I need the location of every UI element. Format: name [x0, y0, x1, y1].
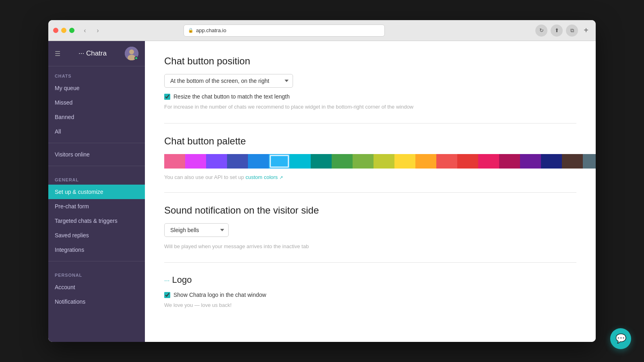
new-tab-button[interactable]: ⧉ — [566, 25, 578, 37]
logo-title-text: Logo — [172, 275, 192, 285]
logo-dots: ··· — [164, 277, 169, 284]
sidebar-divider-3 — [48, 261, 145, 261]
color-swatch-5[interactable] — [269, 154, 290, 169]
color-swatch-7[interactable] — [311, 154, 332, 169]
personal-section-label: PERSONAL — [48, 265, 145, 280]
sidebar-item-pre-chat-form[interactable]: Pre-chat form — [48, 199, 145, 214]
url-text: app.chatra.io — [196, 27, 226, 33]
svg-point-1 — [129, 49, 134, 54]
sound-hint: Will be played when your message arrives… — [164, 243, 576, 251]
divider-3 — [164, 262, 576, 263]
sidebar-item-missed[interactable]: Missed — [48, 95, 145, 110]
sidebar-title: ··· Chatra — [64, 49, 121, 58]
avatar-container[interactable] — [125, 47, 138, 60]
color-swatch-18[interactable] — [541, 154, 562, 169]
sidebar-item-visitors-online[interactable]: Visitors online — [48, 147, 145, 162]
logo-hint: We love you — love us back! — [164, 301, 576, 309]
color-swatch-2[interactable] — [206, 154, 227, 169]
color-swatch-0[interactable] — [164, 154, 185, 169]
show-logo-checkbox-row: Show Chatra logo in the chat window — [164, 292, 576, 298]
sidebar-item-integrations[interactable]: Integrations — [48, 243, 145, 257]
resize-checkbox-row: Resize the chat button to match the text… — [164, 93, 576, 100]
sidebar-divider-1 — [48, 143, 145, 143]
chats-section-label: CHATS — [48, 66, 145, 81]
share-button[interactable]: ⬆ — [551, 25, 563, 37]
color-swatch-14[interactable] — [457, 154, 478, 169]
resize-checkbox[interactable] — [164, 94, 170, 100]
sidebar-item-saved-replies[interactable]: Saved replies — [48, 228, 145, 243]
minimize-button[interactable] — [61, 28, 66, 33]
position-dropdown[interactable]: At the bottom of the screen, on the righ… — [164, 74, 293, 88]
sound-notification-section: Sound notification on the visitor side S… — [164, 205, 576, 251]
maximize-button[interactable] — [69, 28, 74, 33]
hamburger-icon[interactable]: ☰ — [55, 50, 60, 58]
logo-section: ··· Logo Show Chatra logo in the chat wi… — [164, 275, 576, 309]
sidebar-item-banned[interactable]: Banned — [48, 110, 145, 124]
custom-colors-link[interactable]: custom colors ↗ — [246, 174, 283, 180]
sidebar-item-setup-customize[interactable]: Set up & customize — [48, 185, 145, 199]
external-link-icon: ↗ — [279, 175, 283, 180]
refresh-button[interactable]: ↻ — [535, 25, 547, 37]
chat-button-palette-section: Chat button palette You can also use our… — [164, 136, 576, 180]
color-swatch-16[interactable] — [499, 154, 520, 169]
color-swatch-9[interactable] — [353, 154, 374, 169]
position-hint: For increase in the number of chats we r… — [164, 103, 576, 111]
color-swatch-15[interactable] — [478, 154, 499, 169]
sound-notification-title: Sound notification on the visitor side — [164, 205, 576, 216]
chat-button-position-title: Chat button position — [164, 56, 576, 67]
sidebar-header: ☰ ··· Chatra — [48, 41, 145, 66]
sidebar: ☰ ··· Chatra CHATS My queue Missed — [48, 41, 145, 342]
lock-icon: 🔒 — [188, 28, 194, 33]
resize-checkbox-label[interactable]: Resize the chat button to match the text… — [173, 93, 290, 100]
chat-widget-button[interactable]: 💬 — [610, 328, 631, 349]
sidebar-item-targeted-chats[interactable]: Targeted chats & triggers — [48, 214, 145, 228]
sidebar-item-account[interactable]: Account — [48, 280, 145, 294]
color-swatch-19[interactable] — [562, 154, 583, 169]
palette-title: Chat button palette — [164, 136, 576, 147]
browser-chrome: ‹ › 🔒 app.chatra.io ↻ ⬆ ⧉ + — [48, 20, 596, 41]
add-tab-button[interactable]: + — [581, 26, 591, 35]
chat-widget-icon: 💬 — [615, 333, 626, 344]
chat-button-position-section: Chat button position At the bottom of th… — [164, 56, 576, 111]
app-body: ☰ ··· Chatra CHATS My queue Missed — [48, 41, 596, 342]
back-button[interactable]: ‹ — [79, 25, 91, 36]
forward-button[interactable]: › — [92, 25, 103, 36]
sound-dropdown[interactable]: Sleigh bells Chime Bell None — [164, 223, 229, 237]
color-swatch-12[interactable] — [415, 154, 436, 169]
sidebar-item-all[interactable]: All — [48, 124, 145, 139]
color-swatch-3[interactable] — [227, 154, 248, 169]
divider-2 — [164, 192, 576, 193]
color-swatch-11[interactable] — [394, 154, 415, 169]
main-content: Chat button position At the bottom of th… — [145, 41, 596, 342]
color-swatch-20[interactable] — [583, 154, 596, 169]
nav-buttons: ‹ › — [79, 25, 103, 36]
color-swatch-1[interactable] — [185, 154, 206, 169]
address-bar[interactable]: 🔒 app.chatra.io — [184, 25, 385, 37]
divider-1 — [164, 123, 576, 123]
color-swatch-10[interactable] — [374, 154, 394, 169]
traffic-lights — [53, 28, 74, 33]
color-palette — [164, 154, 576, 169]
sidebar-item-my-queue[interactable]: My queue — [48, 81, 145, 95]
color-swatch-4[interactable] — [248, 154, 269, 169]
browser-actions: ↻ ⬆ ⧉ — [535, 25, 578, 37]
color-swatch-13[interactable] — [436, 154, 457, 169]
show-logo-label[interactable]: Show Chatra logo in the chat window — [173, 292, 266, 298]
general-section-label: GENERAL — [48, 170, 145, 185]
online-indicator — [134, 56, 138, 60]
sidebar-divider-2 — [48, 166, 145, 166]
color-swatch-6[interactable] — [290, 154, 311, 169]
show-logo-checkbox[interactable] — [164, 292, 170, 298]
color-swatch-8[interactable] — [332, 154, 353, 169]
api-link-text: You can also use our API to set up custo… — [164, 174, 576, 180]
sidebar-item-notifications[interactable]: Notifications — [48, 294, 145, 309]
color-swatch-17[interactable] — [520, 154, 541, 169]
close-button[interactable] — [53, 28, 58, 33]
logo-title: ··· Logo — [164, 275, 576, 285]
